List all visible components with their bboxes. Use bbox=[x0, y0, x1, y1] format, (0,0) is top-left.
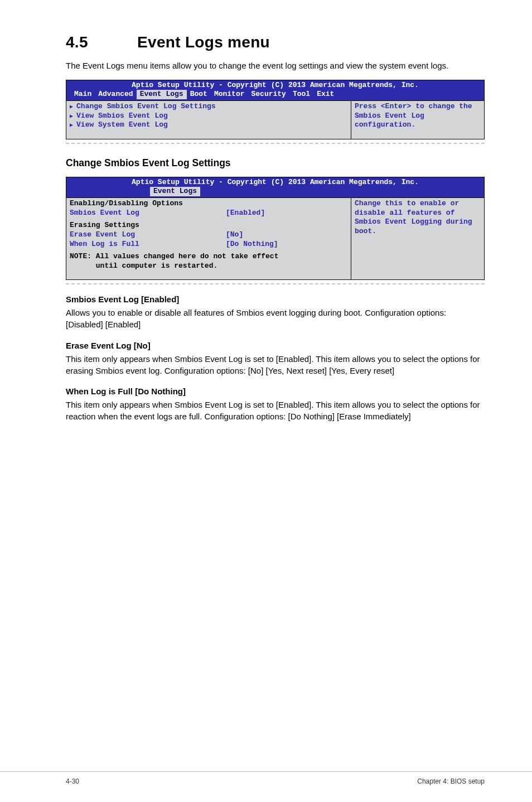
triangle-icon: ▶ bbox=[70, 122, 73, 129]
bios-item-view-smbios-log[interactable]: ▶ View Smbios Event Log bbox=[70, 112, 347, 121]
bios-tab-exit[interactable]: Exit bbox=[313, 90, 337, 99]
bios-option-erase-event-log[interactable]: Erase Event Log [No] bbox=[70, 230, 347, 240]
bios-group-enabling: Enabling/Disabling Options bbox=[70, 199, 347, 209]
bios-tab-security[interactable]: Security bbox=[248, 90, 289, 99]
bios-group-label: Enabling/Disabling Options bbox=[70, 199, 183, 209]
bios-option-label: Erase Event Log bbox=[70, 230, 226, 240]
bios-option-value: [Do Nothing] bbox=[226, 240, 278, 249]
bios-tab-monitor[interactable]: Monitor bbox=[211, 90, 248, 99]
bios-tab-advanced[interactable]: Advanced bbox=[95, 90, 136, 99]
option-body: Allows you to enable or disable all feat… bbox=[66, 307, 485, 330]
bios-item-change-settings[interactable]: ▶ Change Smbios Event Log Settings bbox=[70, 102, 347, 112]
bios-item-label: View System Event Log bbox=[76, 120, 168, 130]
option-body: This item only appears when Smbios Event… bbox=[66, 399, 485, 422]
footer-chapter: Chapter 4: BIOS setup bbox=[417, 777, 485, 785]
option-heading-when-log-full: When Log is Full [Do Nothing] bbox=[66, 386, 485, 396]
bios-title-bar: Aptio Setup Utility - Copyright (C) 2013… bbox=[66, 80, 484, 90]
bios-item-label: View Smbios Event Log bbox=[76, 112, 168, 121]
bios-tab-main[interactable]: Main bbox=[71, 90, 95, 99]
option-body: This item only appears when Smbios Event… bbox=[66, 354, 485, 376]
bios-main-area: Enabling/Disabling Options Smbios Event … bbox=[66, 198, 351, 279]
section-heading: 4.5 Event Logs menu bbox=[66, 33, 485, 51]
bios-group-erasing: Erasing Settings bbox=[70, 221, 347, 230]
bios-item-label: Change Smbios Event Log Settings bbox=[76, 102, 216, 112]
bios-option-value: [Enabled] bbox=[226, 209, 265, 218]
bios-tab-event-logs[interactable]: Event Logs bbox=[150, 187, 200, 196]
section-intro: The Event Logs menu items allow you to c… bbox=[66, 60, 485, 72]
option-heading-erase-event-log: Erase Event Log [No] bbox=[66, 341, 485, 350]
bios-tab-row: Event Logs bbox=[66, 187, 484, 197]
page-footer: 4-30 Chapter 4: BIOS setup bbox=[0, 771, 532, 785]
bios-note-line-1: NOTE: All values changed here do not tak… bbox=[70, 252, 347, 262]
section-title: Event Logs menu bbox=[137, 33, 270, 51]
bios-panel-event-logs: Aptio Setup Utility - Copyright (C) 2013… bbox=[66, 80, 485, 139]
bios-item-view-system-log[interactable]: ▶ View System Event Log bbox=[70, 120, 347, 130]
footer-page-number: 4-30 bbox=[66, 777, 79, 785]
section-number: 4.5 bbox=[66, 33, 133, 51]
bios-option-label: Smbios Event Log bbox=[70, 209, 226, 218]
bios-option-label: When Log is Full bbox=[70, 240, 226, 249]
bios-title-bar: Aptio Setup Utility - Copyright (C) 2013… bbox=[66, 177, 484, 187]
bios-option-when-log-full[interactable]: When Log is Full [Do Nothing] bbox=[70, 240, 347, 249]
bios-main-area: ▶ Change Smbios Event Log Settings ▶ Vie… bbox=[66, 101, 351, 139]
torn-edge-divider bbox=[66, 283, 485, 284]
option-heading-smbios-event-log: Smbios Event Log [Enabled] bbox=[66, 294, 485, 304]
bios-option-value: [No] bbox=[226, 230, 243, 240]
bios-help-panel: Change this to enable or disable all fea… bbox=[351, 198, 484, 279]
torn-edge-divider bbox=[66, 143, 485, 144]
bios-note-line-2: until computer is restarted. bbox=[70, 262, 347, 271]
bios-help-panel: Press <Enter> to change the Smbios Event… bbox=[351, 101, 484, 139]
bios-tab-boot[interactable]: Boot bbox=[187, 90, 211, 99]
bios-option-smbios-event-log[interactable]: Smbios Event Log [Enabled] bbox=[70, 209, 347, 218]
bios-panel-change-settings: Aptio Setup Utility - Copyright (C) 2013… bbox=[66, 177, 485, 281]
bios-tab-row: Main Advanced Event Logs Boot Monitor Se… bbox=[66, 90, 484, 100]
bios-group-label: Erasing Settings bbox=[70, 221, 139, 230]
bios-tab-event-logs[interactable]: Event Logs bbox=[137, 90, 187, 99]
triangle-icon: ▶ bbox=[70, 104, 73, 111]
subsection-heading: Change Smbios Event Log Settings bbox=[66, 157, 485, 169]
bios-tab-tool[interactable]: Tool bbox=[289, 90, 313, 99]
triangle-icon: ▶ bbox=[70, 113, 73, 120]
